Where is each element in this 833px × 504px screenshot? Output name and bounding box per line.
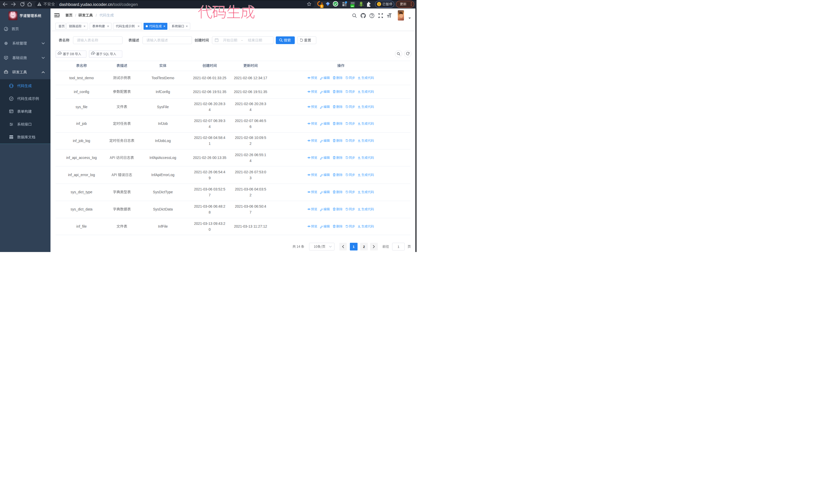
svg-text:1: 1 — [321, 5, 323, 8]
svg-text:on: on — [351, 5, 354, 7]
